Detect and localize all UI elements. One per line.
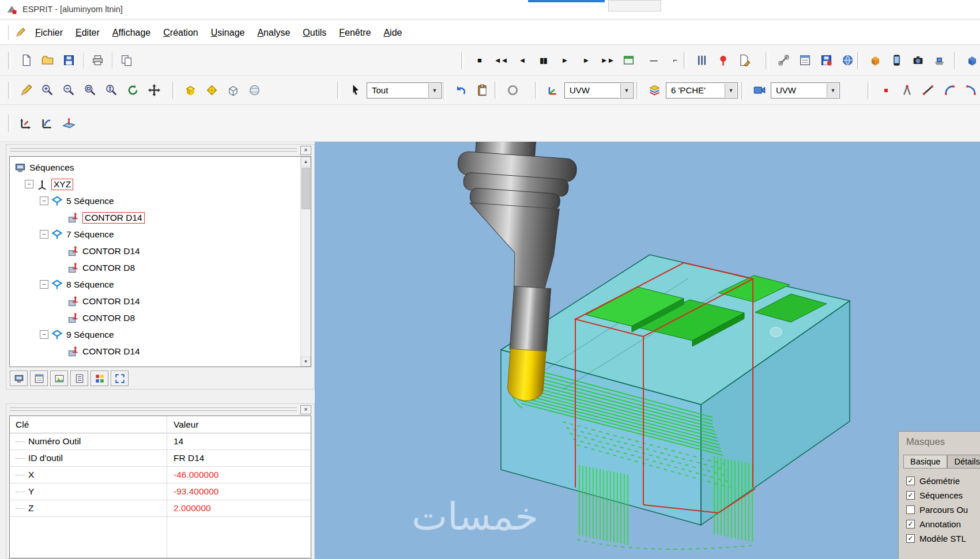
tree-item-contour[interactable]: CONTOR D14 xyxy=(10,293,311,309)
menu-analyse[interactable]: Analyse xyxy=(251,25,296,41)
close-tree-panel-button[interactable]: × xyxy=(300,146,311,155)
corner-measure-button[interactable]: ⌐ xyxy=(665,50,685,70)
menu-aide[interactable]: Aide xyxy=(377,25,408,41)
property-row-z[interactable]: Z 2.000000 xyxy=(10,500,311,517)
view-combo[interactable]: UVW ▼ xyxy=(771,82,840,99)
arc-tool-button[interactable] xyxy=(940,80,960,100)
tools-button[interactable] xyxy=(774,50,794,70)
property-row-tool-id[interactable]: ID d'outil FR D14 xyxy=(10,450,311,467)
checkbox-geometrie[interactable]: ✓ Géométrie xyxy=(906,474,980,488)
tree-scrollbar[interactable]: ▲ ▼ xyxy=(300,157,311,367)
collapse-toggle[interactable]: − xyxy=(25,180,33,188)
checkbox-icon[interactable]: ✓ xyxy=(906,534,915,543)
circle-tool-button[interactable] xyxy=(503,80,523,100)
machine-view-button[interactable] xyxy=(10,371,28,386)
fit-button[interactable] xyxy=(111,371,129,386)
save-process-button[interactable] xyxy=(816,50,836,70)
copy-button[interactable] xyxy=(116,50,137,70)
snapshot-button[interactable] xyxy=(908,50,928,70)
tab-details[interactable]: Détails xyxy=(947,455,980,468)
close-property-panel-button[interactable]: × xyxy=(300,405,311,414)
scroll-thumb[interactable] xyxy=(301,168,310,209)
chevron-down-icon[interactable]: ▼ xyxy=(827,84,839,97)
section-button[interactable] xyxy=(692,50,712,70)
undo-button[interactable] xyxy=(451,80,471,100)
save-button[interactable] xyxy=(59,50,79,70)
menu-usinage[interactable]: Usinage xyxy=(205,25,251,41)
zoom-window-button[interactable] xyxy=(80,80,100,100)
workplane-button[interactable] xyxy=(543,80,563,100)
tree-item-contour[interactable]: CONTOR D8 xyxy=(10,259,311,276)
web-button[interactable] xyxy=(838,50,858,70)
chevron-down-icon[interactable]: ▼ xyxy=(428,84,440,97)
workplane-combo[interactable]: UVW ▼ xyxy=(564,82,634,99)
chevron-down-icon[interactable]: ▼ xyxy=(725,84,737,97)
tree-item-contour[interactable]: CONTOR D14 xyxy=(10,343,311,360)
colors-button[interactable] xyxy=(91,371,108,386)
tree-root[interactable]: Séquences xyxy=(10,159,311,176)
property-value[interactable]: 2.000000 xyxy=(167,503,211,513)
property-value[interactable]: -46.000000 xyxy=(167,470,218,480)
selection-filter-combo[interactable]: Tout ▼ xyxy=(367,82,442,99)
tree-item-xyz[interactable]: − XYZ xyxy=(10,176,311,192)
pan-button[interactable] xyxy=(144,80,164,100)
checkbox-parcours[interactable]: Parcours Ou xyxy=(906,503,980,517)
axis-rotate-button[interactable] xyxy=(37,113,58,133)
point-tool-button[interactable] xyxy=(876,80,896,100)
notes-button[interactable] xyxy=(70,371,88,386)
image-button[interactable] xyxy=(50,371,68,386)
property-row-x[interactable]: X -46.000000 xyxy=(10,467,311,484)
sim-step-forward-button[interactable]: ► xyxy=(576,50,596,70)
pin-button[interactable] xyxy=(713,50,733,70)
property-value[interactable]: FR D14 xyxy=(167,453,204,463)
menu-fenetre[interactable]: Fenêtre xyxy=(333,25,377,41)
menu-creation[interactable]: Création xyxy=(157,25,204,41)
checkbox-icon[interactable]: ✓ xyxy=(906,491,915,500)
sim-step-back-button[interactable]: ◄ xyxy=(512,50,532,70)
tree-item-sequence-5[interactable]: − 5 Séquence xyxy=(10,192,311,209)
tool-list-button[interactable] xyxy=(30,371,48,386)
viewport-3d[interactable]: خمسات xyxy=(315,142,980,559)
tool-display-button[interactable] xyxy=(887,50,907,70)
wireframe-view-button[interactable] xyxy=(223,80,243,100)
tree-item-sequence-8[interactable]: − 8 Séquence xyxy=(10,276,311,293)
menu-affichage[interactable]: Affichage xyxy=(106,25,157,41)
checkbox-sequences[interactable]: ✓ Séquences xyxy=(906,488,980,503)
axis-xy-button[interactable] xyxy=(16,113,36,133)
collapse-toggle[interactable]: − xyxy=(40,280,48,289)
print-button[interactable] xyxy=(88,50,108,70)
rotate-view-button[interactable] xyxy=(123,80,143,100)
property-value[interactable]: 14 xyxy=(167,436,183,447)
menu-fichier[interactable]: Fichier xyxy=(29,25,69,41)
shaded-view-button[interactable] xyxy=(180,80,201,100)
property-row-tool-number[interactable]: Numéro Outil 14 xyxy=(10,433,311,450)
checkbox-icon[interactable]: ✓ xyxy=(906,520,915,528)
report-button[interactable] xyxy=(734,50,755,70)
sim-play-button[interactable]: ► xyxy=(555,50,575,70)
stock-button[interactable] xyxy=(865,50,885,70)
line-measure-button[interactable]: — xyxy=(643,50,664,70)
tree-item-sequence-9[interactable]: − 9 Séquence xyxy=(10,326,311,343)
checkbox-icon[interactable] xyxy=(906,505,915,514)
solid-button[interactable] xyxy=(962,50,980,70)
tree-item-contour[interactable]: CONTOR D14 xyxy=(10,209,311,226)
new-button[interactable] xyxy=(16,50,36,70)
checkbox-annotation[interactable]: ✓ Annotation xyxy=(906,517,980,531)
zoom-dynamic-button[interactable] xyxy=(101,80,122,100)
property-row-y[interactable]: Y -93.400000 xyxy=(10,484,311,500)
tree-item-contour[interactable]: CONTOR D8 xyxy=(10,309,311,326)
sim-window-button[interactable] xyxy=(619,50,639,70)
axis-plane-button[interactable] xyxy=(59,113,79,133)
compass-tool-button[interactable] xyxy=(897,80,917,100)
menu-editer[interactable]: Editer xyxy=(69,25,106,41)
zoom-out-button[interactable] xyxy=(59,80,79,100)
collapse-toggle[interactable]: − xyxy=(40,230,48,239)
sim-fast-forward-button[interactable]: ►► xyxy=(597,50,617,70)
property-value[interactable]: -93.400000 xyxy=(167,486,218,497)
redraw-button[interactable] xyxy=(16,80,36,100)
checkbox-modele-stl[interactable]: ✓ Modèle STL xyxy=(906,531,980,546)
tree-item-sequence-7[interactable]: − 7 Séquence xyxy=(10,226,311,243)
open-button[interactable] xyxy=(37,50,58,70)
paste-button[interactable] xyxy=(472,80,492,100)
tab-basique[interactable]: Basique xyxy=(903,455,947,468)
